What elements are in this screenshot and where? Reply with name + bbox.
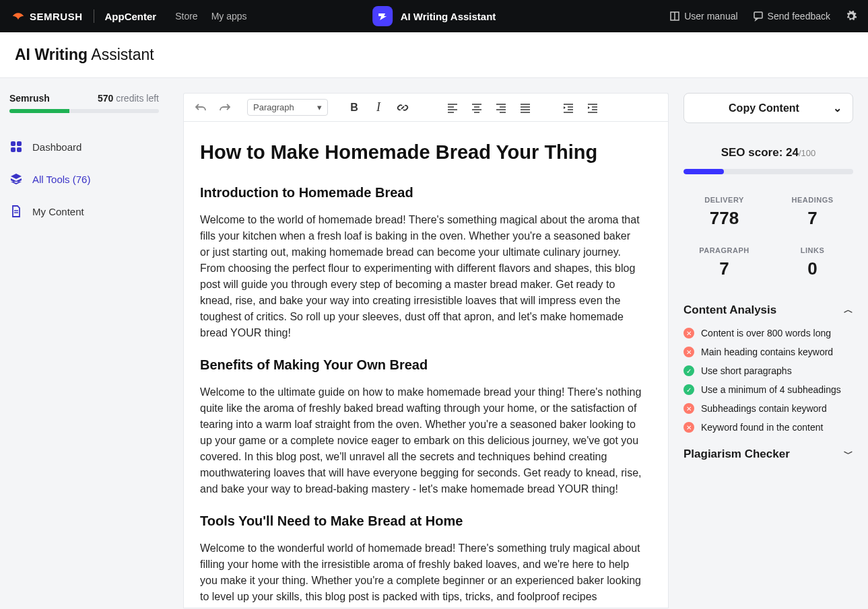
document-h2-intro[interactable]: Introduction to Homemade Bread <box>200 182 642 203</box>
pass-icon: ✓ <box>683 365 694 376</box>
chevron-down-icon: ▾ <box>317 102 322 112</box>
analysis-item: ✕Content is over 800 words long <box>683 328 853 338</box>
sidebar-item-alltools[interactable]: All Tools (76) <box>9 172 159 186</box>
analysis-item: ✕Subheadings contain keyword <box>683 403 853 414</box>
appcenter-label[interactable]: AppCenter <box>105 11 157 22</box>
seo-progress <box>683 169 853 174</box>
svg-rect-2 <box>754 12 762 18</box>
format-select[interactable]: Paragraph ▾ <box>247 99 328 116</box>
document-icon <box>9 205 23 218</box>
align-right-button[interactable] <box>494 100 508 115</box>
left-sidebar: Semrush 570 credits left Dashboard All T… <box>0 78 168 608</box>
seo-score-label: SEO score: 24/100 <box>721 146 816 159</box>
undo-button[interactable] <box>193 100 208 115</box>
credits-fill <box>9 109 69 113</box>
indent-button[interactable] <box>585 100 600 115</box>
top-navbar: SEMRUSH AppCenter Store My apps AI Writi… <box>0 0 868 32</box>
chevron-up-icon: ︿ <box>844 304 853 316</box>
layers-icon <box>9 172 23 186</box>
credits-progress <box>9 109 159 113</box>
fail-icon: ✕ <box>683 403 694 414</box>
page-subheader: AI Writing Assistant <box>0 32 868 78</box>
analysis-item: ✕Keyword found in the content <box>683 422 853 433</box>
sidebar-item-mycontent[interactable]: My Content <box>9 205 159 218</box>
user-manual-link[interactable]: User manual <box>669 11 737 22</box>
document-paragraph[interactable]: Welcome to the world of homemade bread! … <box>200 212 642 341</box>
topbar-right: User manual Send feedback <box>669 10 857 22</box>
right-panel: Copy Content ⌄ SEO score: 24/100 DELIVER… <box>669 78 868 608</box>
redo-button[interactable] <box>218 100 232 115</box>
send-feedback-link[interactable]: Send feedback <box>753 11 830 22</box>
project-name: Semrush <box>9 93 50 104</box>
chevron-down-icon: ﹀ <box>844 448 853 460</box>
fail-icon: ✕ <box>683 328 694 338</box>
fail-icon: ✕ <box>683 347 694 357</box>
settings-gear-icon[interactable] <box>845 10 857 22</box>
center-app-title: AI Writing Assistant <box>372 6 496 26</box>
stat-headings: HEADINGS 7 <box>772 196 853 229</box>
app-icon <box>372 6 393 26</box>
content-analysis-header[interactable]: Content Analysis ︿ <box>683 303 853 317</box>
analysis-item: ✕Main heading contains keyword <box>683 347 853 357</box>
stats-grid: DELIVERY 778 HEADINGS 7 PARAGRAPH 7 LINK… <box>683 196 853 279</box>
credits-row: Semrush 570 credits left <box>9 93 159 104</box>
semrush-logo-icon <box>11 9 26 24</box>
svg-rect-5 <box>11 147 15 152</box>
copy-content-button[interactable]: Copy Content ⌄ <box>683 93 853 123</box>
document-h2-tools[interactable]: Tools You'll Need to Make Bread at Home <box>200 511 642 531</box>
align-justify-button[interactable] <box>518 100 533 115</box>
svg-rect-3 <box>11 141 15 146</box>
document-h1[interactable]: How to Make Homemade Bread Your Thing <box>200 138 642 168</box>
page-title-light: Assistant <box>88 46 154 63</box>
analysis-item: ✓Use a minimum of 4 subheadings <box>683 384 853 395</box>
fail-icon: ✕ <box>683 422 694 433</box>
main-layout: Semrush 570 credits left Dashboard All T… <box>0 78 868 608</box>
stat-paragraph: PARAGRAPH 7 <box>683 246 765 279</box>
brand-name: SEMRUSH <box>30 11 83 22</box>
bold-button[interactable]: B <box>347 100 362 115</box>
nav-myapps[interactable]: My apps <box>211 11 247 22</box>
brand-block: SEMRUSH AppCenter <box>11 9 156 24</box>
document-paragraph[interactable]: Welcome to the wonderful world of homema… <box>200 540 642 605</box>
editor-body[interactable]: How to Make Homemade Bread Your Thing In… <box>183 121 669 608</box>
app-title: AI Writing Assistant <box>401 11 496 22</box>
seo-progress-fill <box>683 169 724 174</box>
plagiarism-checker-header[interactable]: Plagiarism Checker ﹀ <box>683 447 853 461</box>
outdent-button[interactable] <box>561 100 576 115</box>
document-h2-benefits[interactable]: Benefits of Making Your Own Bread <box>200 355 642 375</box>
document-paragraph[interactable]: Welcome to the ultimate guide on how to … <box>200 384 642 497</box>
dashboard-icon <box>9 140 23 153</box>
page-title-bold: AI Writing <box>15 46 88 63</box>
chat-icon <box>753 11 764 22</box>
credits-left: 570 credits left <box>98 93 159 104</box>
editor-content[interactable]: How to Make Homemade Bread Your Thing In… <box>184 122 668 608</box>
sidebar-menu: Dashboard All Tools (76) My Content <box>9 140 159 218</box>
nav-store[interactable]: Store <box>175 11 197 22</box>
svg-rect-6 <box>17 147 22 152</box>
editor-panel: Paragraph ▾ B I How to Make Homemade B <box>168 78 669 608</box>
editor-toolbar: Paragraph ▾ B I <box>183 93 669 121</box>
book-icon <box>669 11 680 22</box>
chevron-down-icon: ⌄ <box>833 102 842 114</box>
link-button[interactable] <box>395 100 410 115</box>
brand-separator <box>94 9 94 23</box>
analysis-list: ✕Content is over 800 words long ✕Main he… <box>683 328 853 433</box>
stat-delivery: DELIVERY 778 <box>683 196 765 229</box>
sidebar-item-dashboard[interactable]: Dashboard <box>9 140 159 153</box>
analysis-item: ✓Use short paragraphs <box>683 365 853 376</box>
align-center-button[interactable] <box>469 100 484 115</box>
italic-button[interactable]: I <box>371 100 386 115</box>
svg-rect-4 <box>17 141 22 146</box>
stat-links: LINKS 0 <box>772 246 853 279</box>
pass-icon: ✓ <box>683 384 694 395</box>
align-left-button[interactable] <box>445 100 460 115</box>
top-nav-links: Store My apps <box>175 11 246 22</box>
seo-score-block: SEO score: 24/100 <box>683 146 853 174</box>
